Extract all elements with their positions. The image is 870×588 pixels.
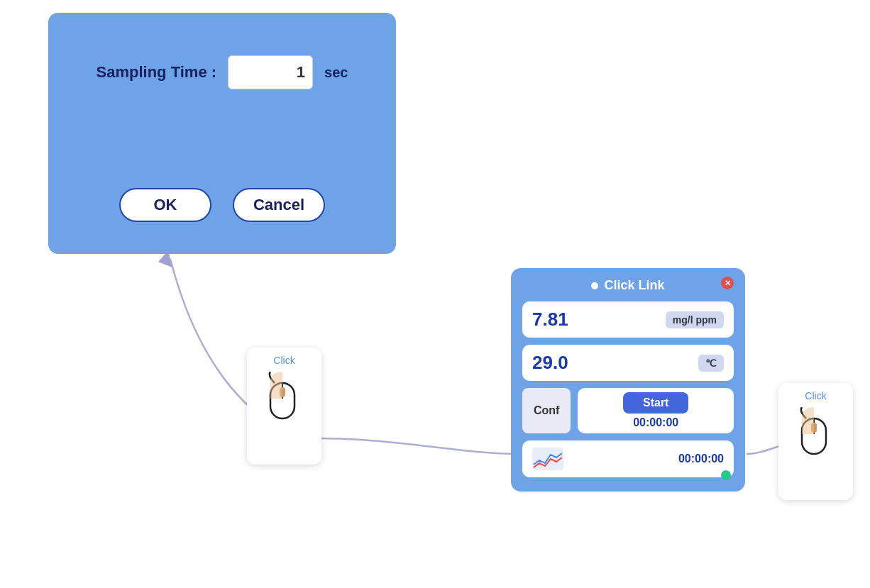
start-time-block: Start 00:00:00 bbox=[578, 388, 734, 433]
measurement-unit-2: ℃ bbox=[698, 355, 724, 372]
click-link-panel: Click Link ✕ 7.81 mg/l ppm 29.0 ℃ Conf S… bbox=[511, 268, 745, 492]
click-card-right[interactable]: Click bbox=[778, 383, 853, 500]
sampling-dialog: Sampling Time : sec OK Cancel bbox=[48, 13, 396, 254]
measurement-value-1: 7.81 bbox=[532, 309, 568, 331]
panel-title: Click Link bbox=[591, 278, 664, 293]
close-button[interactable]: ✕ bbox=[721, 277, 734, 289]
measurement-value-2: 29.0 bbox=[532, 352, 568, 374]
time-display-2: 00:00:00 bbox=[678, 453, 724, 465]
sampling-input[interactable] bbox=[228, 55, 313, 89]
sampling-time-row: Sampling Time : sec bbox=[97, 55, 348, 89]
chart-time-row: 00:00:00 bbox=[522, 440, 734, 477]
measurement-unit-1: mg/l ppm bbox=[666, 311, 724, 328]
panel-header: Click Link ✕ bbox=[522, 278, 734, 293]
cancel-button[interactable]: Cancel bbox=[233, 188, 325, 222]
ok-button[interactable]: OK bbox=[119, 188, 211, 222]
mouse-icon-left bbox=[265, 372, 304, 426]
mouse-icon-right bbox=[796, 407, 836, 461]
chart-icon[interactable] bbox=[532, 448, 563, 470]
sampling-unit: sec bbox=[324, 65, 348, 81]
title-dot bbox=[591, 282, 598, 289]
measurement-row-2: 29.0 ℃ bbox=[522, 345, 734, 381]
click-card-left[interactable]: Click bbox=[247, 348, 321, 465]
measurement-row-1: 7.81 mg/l ppm bbox=[522, 301, 734, 338]
conf-button[interactable]: Conf bbox=[522, 388, 571, 433]
click-card-right-label: Click bbox=[805, 390, 826, 401]
status-dot bbox=[721, 470, 731, 480]
panel-title-text: Click Link bbox=[604, 278, 664, 293]
click-card-left-label: Click bbox=[273, 355, 294, 366]
time-display-1: 00:00:00 bbox=[633, 416, 678, 429]
start-button[interactable]: Start bbox=[623, 392, 688, 414]
control-row: Conf Start 00:00:00 bbox=[522, 388, 734, 433]
sampling-label: Sampling Time : bbox=[97, 63, 217, 82]
sampling-buttons: OK Cancel bbox=[119, 188, 325, 222]
